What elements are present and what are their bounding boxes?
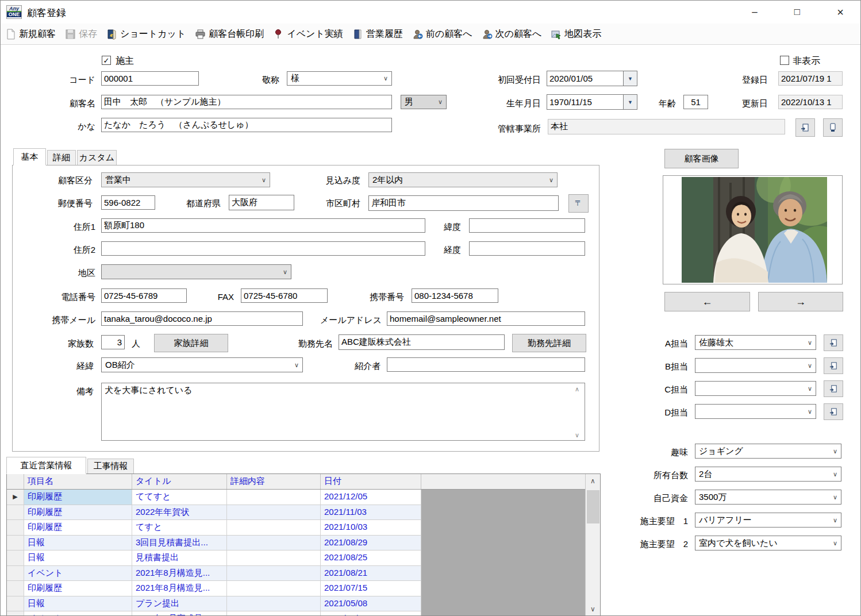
app-logo-text-bottom: ONE	[7, 12, 21, 17]
map-display-button[interactable]: 地図表示	[551, 28, 601, 40]
table-row[interactable]: イベント 2021年1月完成見... 2021/04/25	[7, 611, 600, 616]
owner-checkbox[interactable]: ✓	[102, 56, 111, 65]
first-reception-date-dropdown-button[interactable]: ▼	[624, 71, 637, 86]
shortcut-button[interactable]: ショートカット	[106, 28, 186, 40]
table-row[interactable]: 印刷履歴 2021年8月構造見... 2021/07/15	[7, 581, 600, 596]
introducer-input[interactable]	[387, 357, 585, 372]
workplace-input[interactable]	[339, 334, 505, 350]
remarks-textarea[interactable]: 犬を大事にされている	[101, 383, 585, 441]
minimize-button[interactable]: –	[742, 3, 767, 21]
own-funds-select[interactable]: 3500万∨	[695, 490, 841, 505]
postal-lookup-button[interactable]: 〒	[568, 194, 589, 213]
honorific-value: 様	[291, 73, 299, 84]
phone-input[interactable]	[101, 288, 187, 303]
document-arrow-icon	[829, 361, 838, 370]
scrollbar-thumb[interactable]	[587, 490, 599, 523]
tab-custom[interactable]: カスタム	[77, 150, 117, 165]
office-select-button[interactable]	[795, 118, 815, 137]
office-device-button[interactable]	[823, 118, 843, 137]
address1-input[interactable]	[101, 218, 425, 233]
honorific-select[interactable]: 様∨	[287, 71, 392, 86]
remarks-label: 備考	[64, 386, 94, 396]
table-row[interactable]: 印刷履歴 2022年年賀状 2021/11/03	[7, 505, 600, 521]
email-input[interactable]	[387, 311, 585, 326]
table-scrollbar[interactable]: ∧ ∨	[585, 474, 600, 616]
family-count-input[interactable]	[101, 335, 125, 349]
event-results-button[interactable]: イベント実績	[273, 28, 343, 40]
hidden-checkbox[interactable]	[780, 56, 789, 65]
next-customer-label: 次の顧客へ	[495, 28, 542, 40]
tab-basic[interactable]: 基本	[13, 148, 46, 165]
tab-detail[interactable]: 詳細	[47, 150, 76, 165]
gender-select[interactable]: 男∨	[401, 95, 447, 109]
staff-d-detail-button[interactable]	[824, 403, 843, 420]
chevron-down-icon: ∨	[436, 98, 443, 106]
next-image-button[interactable]: →	[758, 292, 843, 311]
table-row[interactable]: 印刷履歴 てすと 2021/10/03	[7, 520, 600, 536]
column-header-detail[interactable]: 詳細内容	[227, 474, 321, 489]
new-customer-button[interactable]: 新規顧客	[5, 28, 56, 40]
tab-recent-sales-info[interactable]: 直近営業情報	[6, 457, 86, 474]
staff-d-select[interactable]: ∨	[695, 404, 816, 419]
first-reception-date-input[interactable]	[547, 71, 624, 86]
family-detail-button[interactable]: 家族詳細	[154, 334, 228, 352]
ledger-print-button[interactable]: 顧客台帳印刷	[195, 28, 264, 40]
previous-customer-button[interactable]: 前の顧客へ	[412, 28, 472, 40]
latitude-input[interactable]	[469, 218, 585, 233]
district-select[interactable]: ∨	[101, 264, 291, 279]
background-select[interactable]: OB紹介∨	[101, 357, 303, 372]
mobile-input[interactable]	[412, 288, 498, 303]
maximize-button[interactable]: □	[785, 3, 810, 21]
column-header-title[interactable]: タイトル	[132, 474, 227, 489]
scroll-down-icon[interactable]: ∨	[586, 602, 600, 616]
chevron-down-icon: ∨	[547, 176, 554, 184]
staff-c-detail-button[interactable]	[824, 380, 843, 397]
owner-request1-label: 施主要望 1	[624, 515, 688, 526]
staff-b-select[interactable]: ∨	[695, 358, 816, 373]
staff-a-detail-button[interactable]	[824, 334, 843, 351]
table-row[interactable]: 日報 3回目見積書提出... 2021/08/29	[7, 536, 600, 551]
longitude-input[interactable]	[469, 241, 585, 256]
prefecture-input[interactable]	[229, 195, 294, 210]
city-input[interactable]	[368, 195, 559, 211]
next-customer-button[interactable]: 次の顧客へ	[482, 28, 542, 40]
address2-input[interactable]	[101, 241, 425, 256]
postal-code-input[interactable]	[101, 195, 155, 210]
new-customer-label: 新規顧客	[19, 28, 56, 40]
table-row[interactable]: 日報 見積書提出 2021/08/25	[7, 550, 600, 566]
staff-b-detail-button[interactable]	[824, 357, 843, 374]
table-row[interactable]: 日報 プラン提出 2021/05/08	[7, 596, 600, 612]
owner-request2-select[interactable]: 室内で犬を飼いたい∨	[695, 536, 841, 550]
fax-input[interactable]	[241, 288, 328, 303]
customer-category-select[interactable]: 営業中∨	[101, 172, 270, 187]
latitude-label: 緯度	[439, 221, 461, 232]
customer-name-input[interactable]	[101, 95, 392, 109]
customer-image-button[interactable]: 顧客画像	[664, 149, 739, 168]
remarks-scroll-down-icon[interactable]: ∨	[575, 432, 579, 439]
vehicles-select[interactable]: 2台∨	[695, 467, 841, 482]
column-header-date[interactable]: 日付	[321, 474, 421, 489]
owner-request1-select[interactable]: バリアフリー∨	[695, 513, 841, 528]
mobile-mail-input[interactable]	[101, 311, 303, 326]
close-button[interactable]: ×	[828, 3, 853, 21]
prospect-level-select[interactable]: 2年以内∨	[368, 172, 558, 187]
remarks-scroll-up-icon[interactable]: ∧	[575, 386, 579, 393]
save-button[interactable]: 保存	[65, 28, 97, 40]
table-row[interactable]: ▶ 印刷履歴 ててすと 2021/12/05	[7, 490, 600, 505]
staff-c-select[interactable]: ∨	[695, 381, 816, 396]
scroll-up-icon[interactable]: ∧	[586, 474, 600, 488]
code-input[interactable]	[101, 71, 199, 86]
kana-input[interactable]	[101, 118, 392, 132]
tab-construction-info[interactable]: 工事情報	[87, 459, 134, 474]
staff-a-select[interactable]: 佐藤雄太∨	[695, 335, 816, 350]
previous-image-button[interactable]: ←	[664, 292, 750, 311]
birth-date-dropdown-button[interactable]: ▼	[624, 94, 637, 110]
sales-history-button[interactable]: 営業履歴	[352, 28, 403, 40]
chevron-down-icon: ∨	[805, 339, 812, 346]
birth-date-input[interactable]	[547, 94, 624, 110]
workplace-detail-button[interactable]: 勤務先詳細	[512, 334, 586, 352]
table-row[interactable]: イベント 2021年8月構造見... 2021/08/21	[7, 566, 600, 582]
hobby-select[interactable]: ジョギング∨	[695, 444, 841, 459]
chevron-down-icon: ∨	[805, 408, 812, 415]
column-header-item[interactable]: 項目名	[24, 474, 132, 489]
